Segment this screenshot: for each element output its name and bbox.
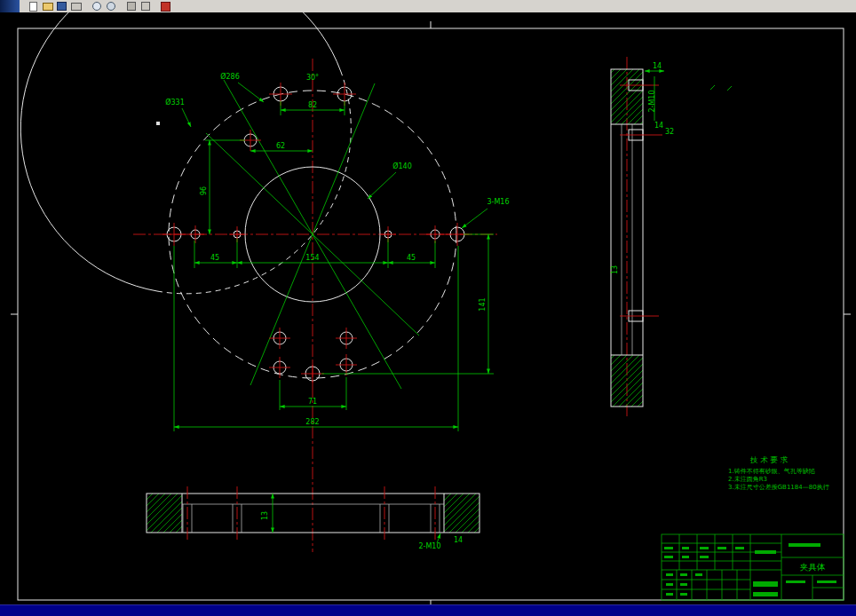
- outline-circles: [20, 12, 456, 378]
- dim-span-top: 82: [308, 101, 317, 109]
- dim-dia-bolt: Ø286: [220, 72, 240, 81]
- application-window: 82 30° 62 45 154 45 96: [0, 0, 856, 616]
- dim-side-14-step: 14: [654, 122, 663, 130]
- bottom-view: 13 2-M10 14: [147, 486, 480, 550]
- dim-bottom-thread: 2-M10: [418, 542, 440, 550]
- dim-angle: 30°: [306, 74, 319, 82]
- dim-total-282: 282: [305, 418, 319, 426]
- dim-bottom-14: 14: [454, 536, 463, 544]
- command-bar[interactable]: [0, 604, 856, 616]
- dim-span-71: 71: [308, 398, 317, 406]
- toolbar: [0, 0, 856, 12]
- new-icon[interactable]: [27, 1, 40, 12]
- notes-line-1: 1.铸件不得有砂眼、气孔等缺陷: [728, 468, 815, 475]
- notes-line-2: 2.未注圆角R3: [728, 475, 767, 483]
- dim-thread-m16: 3-M16: [487, 198, 509, 206]
- dim-height-141: 141: [479, 297, 487, 311]
- dim-side-14-top: 14: [653, 62, 662, 70]
- notes-title: 技 术 要 求: [749, 455, 789, 464]
- hole-centermarks: [162, 83, 469, 385]
- drawing-canvas[interactable]: 82 30° 62 45 154 45 96: [0, 12, 856, 605]
- bolt-holes: [162, 83, 469, 385]
- preview-icon[interactable]: [90, 1, 103, 12]
- help-icon[interactable]: [159, 1, 172, 12]
- dim-dia-outer: Ø331: [165, 98, 185, 107]
- technical-notes: 技 术 要 求 1.铸件不得有砂眼、气孔等缺陷 2.未注圆角R3 3.未注尺寸公…: [728, 455, 829, 491]
- dim-side-32: 32: [665, 128, 674, 136]
- cut-icon[interactable]: [124, 1, 138, 12]
- point-marker: [156, 122, 160, 125]
- print-icon[interactable]: [69, 1, 83, 12]
- dim-dia-inner: Ø140: [392, 162, 412, 170]
- dim-bottom-13: 13: [261, 511, 269, 520]
- dim-mid-154: 154: [305, 254, 319, 262]
- dim-right-45: 45: [407, 254, 416, 262]
- title-block: 夹具体: [662, 534, 844, 600]
- zoom-icon[interactable]: [104, 1, 117, 12]
- app-menu-fragment[interactable]: [0, 0, 20, 12]
- dim-height-96: 96: [200, 186, 208, 195]
- dim-side-thread: 2-M10: [648, 90, 656, 112]
- copy-icon[interactable]: [139, 1, 152, 12]
- side-view: 14 2-M10 14 32 13: [611, 57, 674, 419]
- save-icon[interactable]: [55, 1, 68, 12]
- dim-left-45: 45: [210, 254, 219, 262]
- dimensions: 82 30° 62 45 154 45 96: [156, 72, 510, 431]
- front-view: 82 30° 62 45 154 45 96: [20, 12, 509, 552]
- blip-marks: [710, 85, 732, 91]
- notes-line-3: 3.未注尺寸公差按GB1184—80执行: [728, 483, 829, 491]
- open-icon[interactable]: [41, 1, 54, 12]
- dim-span-mid: 62: [276, 142, 285, 150]
- dim-side-13: 13: [611, 265, 619, 274]
- bottom-dimensions: 13 2-M10 14: [261, 494, 463, 550]
- part-name: 夹具体: [800, 562, 826, 572]
